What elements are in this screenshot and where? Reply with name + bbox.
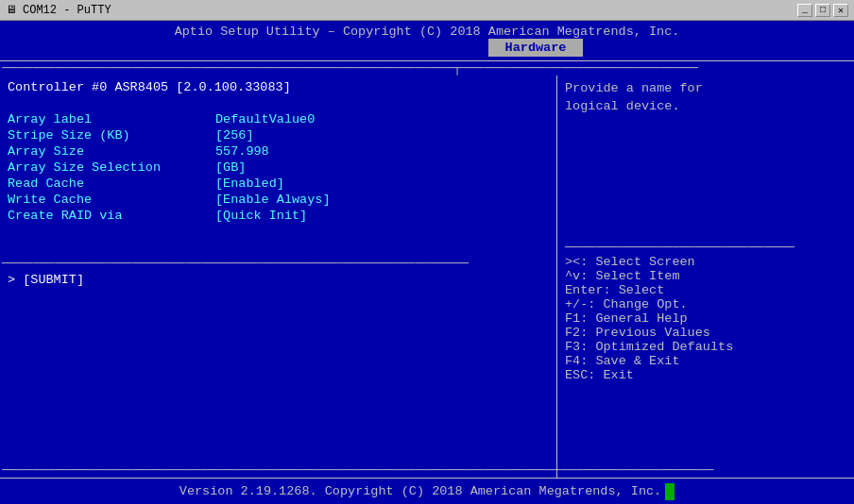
shortcut-f2: F2: Previous Values xyxy=(565,326,843,340)
window-title: COM12 - PuTTY xyxy=(23,4,792,17)
bottom-border: ────────────────────────────────────────… xyxy=(0,463,854,478)
create-raid-label: Create RAID via xyxy=(8,209,215,223)
left-separator: ────────────────────────────────────────… xyxy=(0,256,556,272)
terminal: Aptio Setup Utility – Copyright (C) 2018… xyxy=(0,21,854,504)
array-label-value: DefaultValue0 xyxy=(215,112,315,126)
right-separator: ────────────────────────────── xyxy=(565,241,843,255)
array-size-label: Array Size xyxy=(8,144,215,159)
stripe-size-label: Stripe Size (KB) xyxy=(8,128,215,143)
create-raid-value: [Quick Init] xyxy=(215,209,307,223)
array-size-selection-value: [GB] xyxy=(215,160,246,175)
close-button[interactable]: ✕ xyxy=(833,4,848,17)
footer-text: Version 2.19.1268. Copyright (C) 2018 Am… xyxy=(179,484,661,498)
shortcut-select-screen: ><: Select Screen xyxy=(565,255,843,269)
terminal-icon: 🖥 xyxy=(6,3,17,17)
shortcut-f3: F3: Optimized Defaults xyxy=(565,340,843,354)
minimize-button[interactable]: _ xyxy=(797,4,812,17)
create-raid-item[interactable]: Create RAID via [Quick Init] xyxy=(0,208,556,224)
content-area: Controller #0 ASR8405 [2.0.100.33083] Ar… xyxy=(0,76,854,493)
array-size-item[interactable]: Array Size 557.998 xyxy=(0,143,556,160)
footer-bar: Version 2.19.1268. Copyright (C) 2018 Am… xyxy=(0,478,854,504)
shortcut-f1: F1: General Help xyxy=(565,311,843,326)
active-tab[interactable]: Hardware xyxy=(488,39,584,57)
controller-line: Controller #0 ASR8405 [2.0.100.33083] xyxy=(0,79,556,95)
help-spacer-7 xyxy=(565,223,843,241)
spacer-3 xyxy=(0,240,556,256)
spacer-1 xyxy=(0,95,556,111)
help-spacer-6 xyxy=(565,205,843,223)
shortcut-select-item: ^v: Select Item xyxy=(565,269,843,283)
write-cache-value: [Enable Always] xyxy=(215,193,331,207)
left-panel: Controller #0 ASR8405 [2.0.100.33083] Ar… xyxy=(0,76,557,493)
header-title: Aptio Setup Utility – Copyright (C) 2018… xyxy=(175,25,680,39)
read-cache-value: [Enabled] xyxy=(215,176,284,191)
maximize-button[interactable]: □ xyxy=(815,4,830,17)
window-titlebar: 🖥 COM12 - PuTTY _ □ ✕ xyxy=(0,0,854,21)
help-line-1: Provide a name for xyxy=(565,79,843,97)
submit-label: > [SUBMIT] xyxy=(8,273,84,287)
right-panel: Provide a name for logical device. ─────… xyxy=(557,76,850,493)
write-cache-label: Write Cache xyxy=(8,193,215,207)
read-cache-label: Read Cache xyxy=(8,176,215,191)
help-spacer-2 xyxy=(565,133,843,151)
array-size-selection-label: Array Size Selection xyxy=(8,160,215,175)
write-cache-item[interactable]: Write Cache [Enable Always] xyxy=(0,192,556,208)
array-size-selection-item[interactable]: Array Size Selection [GB] xyxy=(0,160,556,176)
help-spacer-3 xyxy=(565,151,843,169)
help-spacer-1 xyxy=(565,115,843,133)
spacer-2 xyxy=(0,224,556,240)
array-label-item[interactable]: Array label DefaultValue0 xyxy=(0,111,556,127)
shortcut-f4: F4: Save & Exit xyxy=(565,354,843,368)
array-label-label: Array label xyxy=(8,112,215,126)
submit-item[interactable]: > [SUBMIT] xyxy=(0,272,556,288)
read-cache-item[interactable]: Read Cache [Enabled] xyxy=(0,176,556,192)
help-spacer-5 xyxy=(565,187,843,205)
window-controls: _ □ ✕ xyxy=(797,4,848,17)
header-bar: Aptio Setup Utility – Copyright (C) 2018… xyxy=(0,21,854,61)
shortcut-enter-select: Enter: Select xyxy=(565,283,843,297)
top-border: ────────────────────────────────────────… xyxy=(0,61,854,76)
shortcut-change-opt: +/-: Change Opt. xyxy=(565,297,843,311)
green-block xyxy=(665,483,675,500)
help-spacer-4 xyxy=(565,169,843,187)
stripe-size-item[interactable]: Stripe Size (KB) [256] xyxy=(0,127,556,143)
stripe-size-value: [256] xyxy=(215,128,254,143)
help-line-2: logical device. xyxy=(565,97,843,115)
shortcut-esc: ESC: Exit xyxy=(565,368,843,382)
array-size-value: 557.998 xyxy=(215,144,269,159)
